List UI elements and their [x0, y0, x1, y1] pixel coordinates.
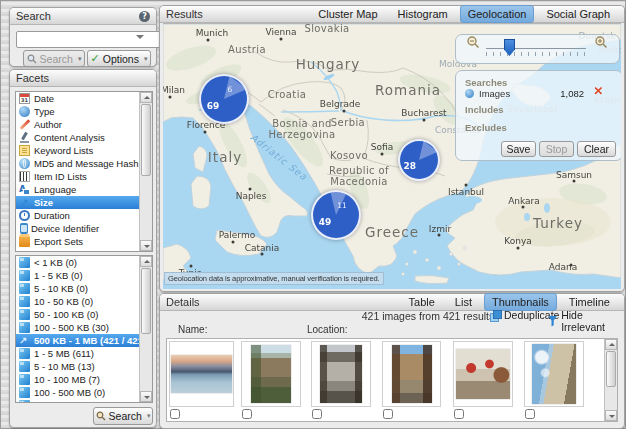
options-button[interactable]: ✓ Options ▾: [87, 50, 151, 67]
stop-button[interactable]: Stop: [539, 141, 574, 157]
facet-item-language[interactable]: Language: [16, 183, 140, 196]
facet-item-keyword-lists[interactable]: Keyword Lists: [16, 144, 140, 157]
city-dot: [517, 247, 520, 250]
facets-scrollbar[interactable]: [139, 92, 152, 251]
city-dot: [261, 253, 264, 256]
facet-item-label: Keyword Lists: [34, 145, 93, 156]
tab-geolocation[interactable]: Geolocation: [460, 5, 535, 23]
scroll-down-icon[interactable]: [605, 410, 617, 421]
thumbnail-checkbox[interactable]: [383, 409, 393, 419]
thumbnails-scrollbar[interactable]: [604, 339, 617, 421]
facet-item-label: Content Analysis: [34, 132, 105, 143]
scrollbar-thumb[interactable]: [141, 104, 151, 176]
thumbnail-cell[interactable]: [382, 341, 441, 407]
size-values-list: < 1 KB (0)1 - 5 KB (0)5 - 10 KB (0)10 - …: [15, 255, 153, 403]
thumbnail-cell[interactable]: [453, 341, 513, 407]
tab-table[interactable]: Table: [401, 293, 443, 311]
thumbnail-checkbox[interactable]: [525, 409, 535, 419]
cluster-wedge: [201, 76, 247, 122]
geolocation-map[interactable]: SlovakiaMunichViennaAustriaHungaryCroati…: [163, 23, 621, 289]
search-panel-title: Search: [16, 8, 51, 24]
zoom-slider-ticks: [486, 52, 586, 56]
size-item-50-100-kb-0[interactable]: 50 - 100 KB (0): [16, 308, 140, 321]
scroll-down-icon[interactable]: [140, 240, 152, 251]
size-item-500-kb-1-mb-421-421[interactable]: 500 KB - 1 MB (421 / 421): [16, 334, 140, 347]
tab-social-graph[interactable]: Social Graph: [538, 5, 618, 23]
size-item-10-100-mb-7[interactable]: 10 - 100 MB (7): [16, 373, 140, 386]
map-cluster-28[interactable]: 28: [398, 139, 440, 181]
zoom-in-icon[interactable]: [594, 35, 608, 49]
facet-item-size[interactable]: Size: [16, 196, 140, 209]
size-icon: [19, 387, 30, 398]
size-scrollbar[interactable]: [139, 256, 152, 402]
hide-irrelevant-button[interactable]: Hide Irrelevant: [548, 309, 624, 333]
facet-item-label: Language: [34, 184, 76, 195]
scroll-up-icon[interactable]: [140, 256, 152, 267]
facet-search-button-label: Search: [109, 410, 142, 422]
size-item-label: > 500 MB (0): [34, 400, 89, 403]
scrollbar-thumb[interactable]: [141, 268, 151, 334]
application-window: Search ? Search ▾ ✓ Options ▾ Facets Dat…: [0, 0, 626, 429]
facet-item-author[interactable]: Author: [16, 118, 140, 131]
map-label-naples: Naples: [236, 191, 267, 201]
clear-button[interactable]: Clear: [577, 141, 616, 157]
facet-item-item-id-lists[interactable]: Item ID Lists: [16, 170, 140, 183]
scroll-up-icon[interactable]: [140, 92, 152, 103]
search-input[interactable]: [16, 31, 165, 48]
size-item-500-mb-0[interactable]: > 500 MB (0): [16, 399, 140, 403]
size-item-100-500-mb-0[interactable]: 100 - 500 MB (0): [16, 386, 140, 399]
results-panel-header: Results Cluster MapHistogramGeolocationS…: [160, 6, 624, 23]
chevron-down-icon: ▾: [144, 55, 148, 63]
facet-item-type[interactable]: Type: [16, 105, 140, 118]
facet-item-duration[interactable]: Duration: [16, 209, 140, 222]
facet-item-label: MD5 and Message Hash: [34, 158, 139, 169]
size-item-10-50-kb-0[interactable]: 10 - 50 KB (0): [16, 295, 140, 308]
thumbnail-cell[interactable]: [169, 341, 234, 407]
thumbnail-cell[interactable]: [241, 341, 301, 407]
facet-item-content-analysis[interactable]: Content Analysis: [16, 131, 140, 144]
size-item-1-5-kb-0[interactable]: 1 - 5 KB (0): [16, 269, 140, 282]
scrollbar-thumb[interactable]: [606, 351, 616, 387]
thumbnail-checkbox[interactable]: [312, 409, 322, 419]
chevron-down-icon: ▾: [78, 55, 82, 63]
size-item-100-500-kb-30[interactable]: 100 - 500 KB (30): [16, 321, 140, 334]
thumbnail-checkbox[interactable]: [242, 409, 252, 419]
help-icon[interactable]: ?: [139, 11, 150, 22]
size-item-1-kb-0[interactable]: < 1 KB (0): [16, 256, 140, 269]
size-item-5-10-mb-13[interactable]: 5 - 10 MB (13): [16, 360, 140, 373]
remove-search-icon[interactable]: ✕: [593, 84, 603, 98]
city-dot: [465, 184, 468, 187]
search-button[interactable]: Search ▾: [23, 50, 85, 67]
map-label-adriatic-sea: Adriatic Sea: [248, 131, 309, 182]
city-dot: [249, 188, 252, 191]
globe-icon: [19, 158, 30, 169]
save-button[interactable]: Save: [501, 141, 536, 157]
thumbnail-cell[interactable]: [524, 341, 584, 407]
scroll-down-icon[interactable]: [140, 391, 152, 402]
zoom-slider-track[interactable]: [486, 48, 586, 49]
thumbnail-checkbox[interactable]: [170, 409, 180, 419]
facet-item-md5-and-message-hash[interactable]: MD5 and Message Hash: [16, 157, 140, 170]
map-cluster-69[interactable]: 696: [199, 74, 249, 124]
map-searches-panel: Searches Images 1,082 ✕ Includes Exclude…: [455, 70, 621, 161]
size-item-5-10-kb-0[interactable]: 5 - 10 KB (0): [16, 282, 140, 295]
thumbnail-checkbox[interactable]: [454, 409, 464, 419]
facet-search-button[interactable]: Search ▾: [93, 407, 153, 425]
scroll-up-icon[interactable]: [605, 339, 617, 350]
searches-label: Searches: [465, 77, 507, 88]
tab-list[interactable]: List: [447, 293, 480, 311]
thumbnail-cell[interactable]: [311, 341, 371, 407]
includes-label: Includes: [465, 104, 504, 115]
map-cluster-49[interactable]: 4911: [311, 190, 361, 240]
arrow-icon: [19, 197, 30, 208]
tab-cluster-map[interactable]: Cluster Map: [310, 5, 385, 23]
facet-item-device-identifier[interactable]: Device Identifier: [16, 222, 140, 235]
pen-icon: [19, 119, 30, 130]
facet-item-export-sets[interactable]: Export Sets: [16, 235, 140, 248]
size-item-1-5-mb-611[interactable]: 1 - 5 MB (611): [16, 347, 140, 360]
zoom-out-icon[interactable]: [466, 35, 480, 49]
tab-histogram[interactable]: Histogram: [390, 5, 456, 23]
city-dot: [343, 110, 346, 113]
size-icon: [19, 400, 30, 403]
facet-item-date[interactable]: Date: [16, 92, 140, 105]
